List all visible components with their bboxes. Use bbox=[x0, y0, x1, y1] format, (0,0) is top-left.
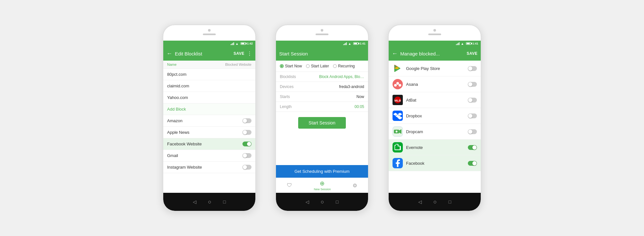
phone-top-2 bbox=[276, 25, 368, 41]
svg-point-2 bbox=[399, 84, 401, 86]
phone-1: ▲ 1:42 ← Edit Blocklist SAVE ⋮ Name Bloc bbox=[163, 25, 256, 211]
atbat-icon: MLB bbox=[393, 95, 403, 105]
back-nav-1[interactable]: ◁ bbox=[193, 199, 196, 204]
app-name-asana: Asana bbox=[406, 82, 465, 87]
status-time-2: 1:41 bbox=[360, 42, 365, 45]
app-name-evernote: Evernote bbox=[406, 145, 465, 150]
bottom-nav-new-session[interactable]: ⊕ New Session bbox=[314, 180, 331, 191]
app-name-facebook: Facebook bbox=[406, 161, 465, 166]
home-nav-1[interactable]: ○ bbox=[208, 199, 212, 205]
toggle-item-instagram[interactable]: Instagram Website bbox=[163, 162, 255, 173]
website-item-0[interactable]: 80pct.com bbox=[163, 69, 255, 80]
toggle-item-facebook-website[interactable]: Facebook Website bbox=[163, 138, 255, 150]
recent-nav-1[interactable]: □ bbox=[223, 199, 226, 204]
home-nav-2[interactable]: ○ bbox=[321, 199, 324, 205]
toggle-evernote[interactable] bbox=[468, 145, 477, 150]
dropcam-icon bbox=[393, 126, 403, 137]
screen-content-2: Start Now Start Later Recurring Blocklis… bbox=[276, 61, 368, 193]
toggle-dropbox[interactable] bbox=[468, 113, 477, 118]
toggle-facebook-website[interactable] bbox=[242, 142, 251, 146]
toggle-item-apple-news[interactable]: Apple News bbox=[163, 127, 255, 138]
signal-icon-2 bbox=[343, 42, 347, 45]
phone-bottom-1: ◁ ○ □ bbox=[163, 193, 255, 211]
back-nav-3[interactable]: ◁ bbox=[418, 199, 422, 204]
start-session-button[interactable]: Start Session bbox=[298, 117, 346, 129]
recent-nav-3[interactable]: □ bbox=[449, 199, 451, 204]
app-item-evernote[interactable]: Evernote bbox=[389, 140, 481, 155]
radio-recurring[interactable]: Recurring bbox=[333, 64, 355, 68]
toggle-asana[interactable] bbox=[468, 82, 477, 87]
home-nav-3[interactable]: ○ bbox=[433, 199, 437, 205]
app-item-dropcam[interactable]: Dropcam bbox=[389, 124, 481, 140]
save-button-3[interactable]: SAVE bbox=[467, 51, 478, 56]
radio-label-recurring: Recurring bbox=[338, 64, 355, 68]
battery-icon-1 bbox=[241, 42, 246, 45]
back-nav-2[interactable]: ◁ bbox=[306, 199, 309, 204]
phones-container: ▲ 1:42 ← Edit Blocklist SAVE ⋮ Name Bloc bbox=[0, 25, 644, 211]
premium-banner[interactable]: Get Scheduling with Premium bbox=[276, 165, 368, 178]
website-item-1[interactable]: claimid.com bbox=[163, 80, 255, 92]
app-item-atbat[interactable]: MLB AtBat bbox=[389, 92, 481, 108]
phone-screen-2: ▲ 1:41 Start Session bbox=[276, 41, 368, 193]
svg-point-7 bbox=[396, 131, 398, 133]
phone-camera-3 bbox=[433, 29, 436, 32]
website-item-2[interactable]: Yahoo.com bbox=[163, 92, 255, 103]
toggle-dropcam[interactable] bbox=[468, 129, 477, 134]
session-value-blocklists: Block Android Apps, Blocked... bbox=[319, 74, 364, 79]
play-store-icon bbox=[393, 63, 403, 74]
add-block-button[interactable]: Add Block bbox=[163, 103, 255, 115]
add-block-label: Add Block bbox=[167, 107, 186, 112]
toggle-atbat[interactable] bbox=[468, 98, 477, 103]
back-button-1[interactable]: ← bbox=[166, 50, 172, 57]
session-label-starts: Starts bbox=[280, 94, 290, 99]
save-button-1[interactable]: SAVE bbox=[233, 51, 244, 56]
app-item-dropbox[interactable]: Dropbox bbox=[389, 108, 481, 124]
status-time-1: 1:42 bbox=[247, 42, 253, 45]
radio-start-now[interactable]: Start Now bbox=[280, 64, 302, 68]
status-time-3: 1:41 bbox=[472, 42, 478, 45]
shield-icon: 🛡 bbox=[287, 182, 292, 188]
app-name-atbat: AtBat bbox=[406, 98, 465, 103]
session-bottom-nav: 🛡 ⊕ New Session ⚙ bbox=[276, 178, 368, 193]
app-bar-title-1: Edit Blocklist bbox=[175, 51, 231, 56]
back-button-3[interactable]: ← bbox=[392, 50, 398, 57]
recent-nav-2[interactable]: □ bbox=[336, 199, 338, 204]
website-name-0: 80pct.com bbox=[167, 72, 186, 77]
toggle-play[interactable] bbox=[468, 66, 477, 71]
toggle-gmail[interactable] bbox=[242, 153, 251, 158]
wifi-icon-1: ▲ bbox=[235, 42, 239, 45]
app-item-play[interactable]: Google Play Store bbox=[389, 61, 481, 76]
toggle-item-gmail[interactable]: Gmail bbox=[163, 150, 255, 162]
toggle-item-amazon[interactable]: Amazon bbox=[163, 115, 255, 127]
app-item-asana[interactable]: Asana bbox=[389, 76, 481, 92]
signal-icon-1 bbox=[231, 42, 234, 45]
phone-speaker-3 bbox=[428, 34, 441, 35]
toggle-amazon[interactable] bbox=[242, 118, 251, 123]
session-row-devices[interactable]: Devices freda3-android bbox=[276, 82, 368, 92]
session-row-length[interactable]: Length 00:05 bbox=[276, 102, 368, 112]
svg-text:MLB: MLB bbox=[394, 99, 401, 102]
new-session-label: New Session bbox=[314, 188, 331, 191]
phone-camera-1 bbox=[208, 29, 211, 32]
bottom-nav-shield[interactable]: 🛡 bbox=[287, 182, 292, 188]
radio-circle-recurring bbox=[333, 64, 337, 68]
toggle-instagram[interactable] bbox=[242, 165, 251, 170]
phone-top-1 bbox=[163, 25, 255, 41]
app-item-facebook[interactable]: Facebook bbox=[389, 155, 481, 171]
bottom-nav-settings[interactable]: ⚙ bbox=[353, 182, 357, 189]
app-bar-3: ← Manage blocked... SAVE bbox=[389, 46, 481, 61]
phone-screen-1: ▲ 1:42 ← Edit Blocklist SAVE ⋮ Name Bloc bbox=[163, 41, 255, 193]
app-bar-1: ← Edit Blocklist SAVE ⋮ bbox=[163, 46, 255, 61]
toggle-apple-news[interactable] bbox=[242, 130, 251, 135]
app-bar-2: Start Session bbox=[276, 46, 368, 61]
signal-icon-3 bbox=[456, 42, 459, 45]
radio-start-later[interactable]: Start Later bbox=[306, 64, 329, 68]
toggle-label-instagram: Instagram Website bbox=[167, 165, 202, 170]
session-value-length: 00:05 bbox=[355, 104, 364, 109]
toggle-facebook[interactable] bbox=[468, 161, 477, 166]
session-label-blocklists: Blocklists bbox=[280, 74, 296, 79]
more-icon-1[interactable]: ⋮ bbox=[247, 51, 252, 57]
session-value-starts: Now bbox=[356, 94, 364, 99]
status-bar-1: ▲ 1:42 bbox=[163, 41, 255, 46]
session-row-blocklists[interactable]: Blocklists Block Android Apps, Blocked..… bbox=[276, 72, 368, 82]
